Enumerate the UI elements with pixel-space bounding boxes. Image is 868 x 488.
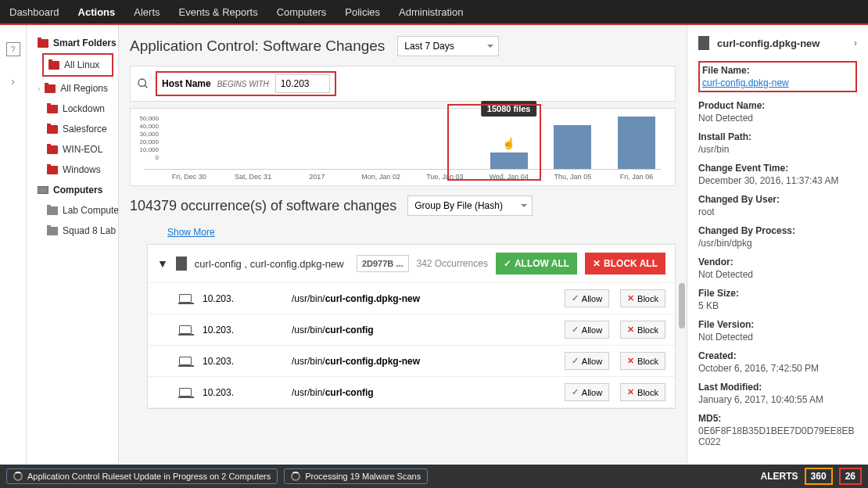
detail-user-label: Changed By User: (698, 194, 857, 205)
row-ip: 10.203. (203, 387, 281, 398)
sidebar-item-all-regions[interactable]: ›All Regions (27, 78, 118, 99)
group-by-select[interactable]: Group By File (Hash) (407, 196, 533, 216)
sidebar-item-squad[interactable]: Squad 8 Lab (27, 221, 118, 241)
alerts-label: ALERTS (761, 471, 798, 482)
sidebar-computers[interactable]: Computers (27, 180, 118, 200)
table-row[interactable]: 10.203. /usr/bin/curl-config.dpkg-new ✓A… (148, 346, 675, 377)
detail-proc-label: Changed By Process: (698, 225, 857, 236)
allow-button[interactable]: ✓Allow (565, 352, 609, 370)
search-icon[interactable] (137, 77, 149, 90)
allow-all-button[interactable]: ✓ALLOW ALL (496, 253, 577, 274)
detail-mod-label: Last Modified: (698, 382, 857, 393)
detail-product-value: Not Detected (698, 113, 857, 124)
folder-icon (47, 145, 58, 154)
page-title: Application Control: Software Changes (130, 38, 385, 55)
detail-ver-label: File Version: (698, 319, 857, 330)
chevron-down-icon[interactable]: ▼ (157, 257, 168, 270)
folder-icon (47, 166, 58, 174)
detail-user-value: root (698, 206, 857, 217)
detail-file-name-link[interactable]: curl-config.dpkg-new (702, 77, 789, 88)
laptop-icon (179, 388, 192, 396)
sidebar-item-all-linux[interactable]: All Linux (42, 53, 113, 77)
detail-md5-value: 0E6F8F18B35D1BEE7D0D79EE8EBC022 (698, 425, 857, 447)
content-area: Application Control: Software Changes La… (119, 25, 687, 463)
block-button[interactable]: ✕Block (620, 352, 665, 370)
cursor-icon: ☝ (502, 137, 515, 149)
detail-size-value: 5 KB (698, 300, 857, 311)
row-path: /usr/bin/curl-config.dpkg-new (292, 356, 554, 367)
detail-vendor-value: Not Detected (698, 269, 857, 280)
spinner-icon (291, 472, 300, 481)
file-group-name: curl-config , curl-config.dpkg-new (195, 258, 349, 270)
table-row[interactable]: 10.203. /usr/bin/curl-config ✓Allow ✕Blo… (148, 314, 675, 346)
search-input[interactable] (275, 74, 330, 93)
block-button[interactable]: ✕Block (620, 289, 665, 307)
allow-button[interactable]: ✓Allow (565, 289, 609, 307)
nav-policies[interactable]: Policies (345, 6, 380, 18)
block-button[interactable]: ✕Block (620, 383, 665, 401)
chart-bar[interactable] (554, 125, 591, 169)
file-icon (698, 36, 709, 50)
row-path: /usr/bin/curl-config (292, 387, 554, 398)
nav-admin[interactable]: Administration (399, 6, 463, 18)
occurrence-count: 342 Occurrences (417, 258, 488, 269)
status-bar: Application Control Ruleset Update in Pr… (0, 465, 868, 488)
chart-bar[interactable] (618, 117, 655, 169)
detail-mod-value: January 6, 2017, 10:40:55 AM (698, 394, 857, 405)
expand-sidebar-icon[interactable]: › (11, 75, 15, 88)
table-row[interactable]: 10.203. /usr/bin/curl-config ✓Allow ✕Blo… (148, 377, 675, 408)
sidebar-item-lockdown[interactable]: Lockdown (27, 99, 118, 119)
top-nav: Dashboard Actions Alerts Events & Report… (0, 0, 868, 25)
file-hash[interactable]: 2D977B ... (357, 255, 409, 272)
sidebar-item-lab[interactable]: Lab Computers (27, 200, 118, 221)
detail-install-value: /usr/bin (698, 144, 857, 155)
detail-install-label: Install Path: (698, 131, 857, 142)
nav-actions[interactable]: Actions (78, 6, 116, 18)
file-icon (176, 257, 187, 271)
detail-created-label: Created: (698, 350, 857, 361)
file-group-card: ▼ curl-config , curl-config.dpkg-new 2D9… (147, 244, 676, 409)
detail-product-label: Product Name: (698, 100, 857, 111)
detail-vendor-label: Vendor: (698, 257, 857, 267)
block-all-button[interactable]: ✕BLOCK ALL (585, 253, 665, 274)
chart-bar[interactable] (490, 152, 528, 169)
detail-panel: curl-config.dpkg-new › File Name: curl-c… (687, 25, 868, 463)
sidebar-item-salesforce[interactable]: Salesforce (27, 119, 118, 139)
status-malware-scans[interactable]: Processing 19 Malware Scans (284, 468, 428, 484)
row-ip: 10.203. (203, 356, 281, 367)
folder-icon (47, 206, 58, 215)
sidebar-item-windows[interactable]: Windows (27, 160, 118, 180)
computer-icon (38, 186, 48, 194)
detail-next-icon[interactable]: › (854, 38, 857, 48)
date-range-select[interactable]: Last 7 Days (397, 36, 499, 56)
folder-icon (48, 61, 59, 70)
alert-count-critical[interactable]: 26 (839, 468, 862, 485)
scrollbar-thumb[interactable] (679, 283, 685, 328)
block-button[interactable]: ✕Block (620, 321, 665, 339)
nav-dashboard[interactable]: Dashboard (9, 6, 59, 18)
svg-line-1 (145, 85, 147, 88)
nav-computers[interactable]: Computers (277, 6, 327, 18)
nav-events[interactable]: Events & Reports (179, 6, 258, 18)
spinner-icon (13, 472, 23, 481)
show-more-link[interactable]: Show More (167, 227, 215, 238)
alert-count-warning[interactable]: 360 (805, 468, 833, 485)
help-icon[interactable]: ? (6, 42, 20, 56)
row-path: /usr/bin/curl-config.dpkg-new (292, 293, 554, 304)
detail-ver-value: Not Detected (698, 332, 857, 343)
detail-created-value: October 6, 2016, 7:42:50 PM (698, 363, 857, 374)
search-field-label: Host Name (162, 78, 211, 89)
status-ruleset-update[interactable]: Application Control Ruleset Update in Pr… (6, 468, 278, 484)
folder-icon (38, 39, 48, 48)
allow-button[interactable]: ✓Allow (565, 321, 609, 339)
detail-event-label: Change Event Time: (698, 163, 857, 174)
sidebar-smart-folders[interactable]: Smart Folders (27, 33, 118, 53)
left-rail: ? › (0, 25, 27, 463)
folder-icon (47, 227, 58, 235)
detail-size-label: File Size: (698, 288, 857, 299)
nav-alerts[interactable]: Alerts (134, 6, 160, 18)
occurrences-title: 104379 occurrence(s) of software changes (130, 198, 396, 214)
table-row[interactable]: 10.203. /usr/bin/curl-config.dpkg-new ✓A… (148, 283, 675, 314)
allow-button[interactable]: ✓Allow (565, 383, 609, 401)
sidebar-item-wineol[interactable]: WIN-EOL (27, 139, 118, 160)
